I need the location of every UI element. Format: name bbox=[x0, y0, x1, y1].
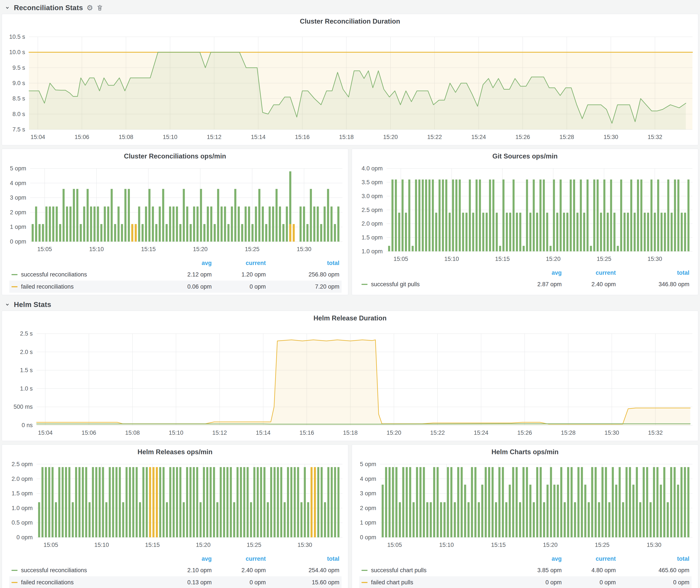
svg-text:15:24: 15:24 bbox=[471, 134, 486, 140]
legend-value: 346.80 opm bbox=[616, 281, 689, 288]
svg-text:15:08: 15:08 bbox=[119, 134, 133, 140]
legend-sort-current[interactable]: current bbox=[562, 556, 616, 562]
series-name: successful git pulls bbox=[371, 281, 420, 288]
legend-value: 7.20 opm bbox=[266, 283, 339, 290]
panel-title-helm-releases-opm[interactable]: Helm Releases ops/min bbox=[2, 445, 348, 458]
svg-text:15:06: 15:06 bbox=[75, 134, 89, 140]
panel-title-cluster-reconciliations-opm[interactable]: Cluster Reconciliations ops/min bbox=[2, 149, 348, 162]
cluster-reconciliation-duration-chart[interactable]: 15:0415:0615:0815:1015:1215:1415:1615:18… bbox=[2, 27, 698, 145]
legend-sort-avg[interactable]: avg bbox=[158, 260, 212, 267]
panel-title-helm-charts-opm[interactable]: Helm Charts ops/min bbox=[352, 445, 698, 458]
legend-sort-total[interactable]: total bbox=[616, 556, 689, 562]
gear-icon[interactable]: ⚙ bbox=[86, 4, 93, 11]
helm-release-duration-svg: 15:0415:0615:0815:1015:1215:1415:1615:18… bbox=[2, 324, 698, 441]
svg-text:15:10: 15:10 bbox=[169, 430, 183, 436]
legend-sort-avg[interactable]: avg bbox=[508, 556, 562, 562]
legend-header: avgcurrenttotal bbox=[359, 267, 692, 278]
svg-text:2.0 s: 2.0 s bbox=[20, 349, 33, 355]
chevron-down-icon[interactable] bbox=[4, 302, 10, 308]
svg-text:15:20: 15:20 bbox=[383, 134, 398, 140]
section-title-helm-stats[interactable]: Helm Stats bbox=[14, 300, 51, 309]
legend-row-successful-reconciliations[interactable]: successful reconciliations2.10 opm2.40 o… bbox=[9, 564, 342, 576]
svg-text:15:28: 15:28 bbox=[560, 134, 574, 140]
svg-text:2 opm: 2 opm bbox=[360, 505, 376, 511]
legend-sort-current[interactable]: current bbox=[212, 556, 266, 562]
git-sources-opm-chart[interactable]: 15:0515:1015:1515:2015:2515:301.0 opm1.5… bbox=[352, 162, 698, 267]
legend-row-successful-chart-pulls[interactable]: successful chart pulls3.85 opm4.80 opm46… bbox=[359, 564, 692, 576]
svg-text:15:14: 15:14 bbox=[256, 430, 271, 436]
svg-text:15:15: 15:15 bbox=[491, 542, 506, 548]
grafana-dashboard: Reconciliation Stats ⚙ Cluster Reconcili… bbox=[0, 0, 700, 588]
svg-text:15:26: 15:26 bbox=[517, 430, 532, 436]
panel-title-git-sources-opm[interactable]: Git Sources ops/min bbox=[352, 149, 698, 162]
cluster-reconciliations-opm-svg: 15:0515:1015:1515:2015:2515:300 opm1 opm… bbox=[2, 162, 348, 257]
svg-text:3.0 opm: 3.0 opm bbox=[361, 193, 383, 199]
chevron-down-icon[interactable] bbox=[4, 5, 10, 11]
legend-row-failed-reconciliations[interactable]: failed reconciliations0.06 opm0 opm7.20 … bbox=[9, 281, 342, 293]
legend-row-successful-git-pulls[interactable]: successful git pulls2.87 opm2.40 opm346.… bbox=[359, 278, 692, 290]
svg-text:15:10: 15:10 bbox=[439, 542, 454, 548]
legend-value: 1.20 opm bbox=[212, 271, 266, 278]
cluster-reconciliations-opm-chart[interactable]: 15:0515:1015:1515:2015:2515:300 opm1 opm… bbox=[2, 162, 348, 257]
legend-sort-current[interactable]: current bbox=[212, 260, 266, 267]
svg-text:15:30: 15:30 bbox=[297, 246, 311, 252]
series-name: failed reconciliations bbox=[21, 579, 74, 586]
legend-sort-avg[interactable]: avg bbox=[508, 270, 562, 276]
svg-text:5 opm: 5 opm bbox=[360, 461, 376, 467]
section-title-reconciliation-stats[interactable]: Reconciliation Stats bbox=[14, 4, 83, 12]
helm-releases-opm-chart[interactable]: 15:0515:1015:1515:2015:2515:300 opm0.5 o… bbox=[2, 458, 348, 553]
svg-text:1 opm: 1 opm bbox=[360, 519, 376, 526]
legend-value: 256.80 opm bbox=[266, 271, 339, 278]
git-sources-opm-svg: 15:0515:1015:1515:2015:2515:301.0 opm1.5… bbox=[352, 162, 698, 267]
svg-text:15:26: 15:26 bbox=[515, 134, 530, 140]
legend-value: 2.40 opm bbox=[562, 281, 616, 288]
svg-text:15:10: 15:10 bbox=[444, 256, 459, 262]
trash-icon[interactable] bbox=[97, 4, 103, 11]
legend-sort-current[interactable]: current bbox=[562, 270, 616, 276]
legend-sort-total[interactable]: total bbox=[616, 270, 689, 276]
series-name: failed reconciliations bbox=[21, 283, 74, 290]
legend-row-successful-reconciliations[interactable]: successful reconciliations2.12 opm1.20 o… bbox=[9, 268, 342, 281]
svg-text:15:15: 15:15 bbox=[141, 246, 156, 252]
svg-text:15:16: 15:16 bbox=[299, 430, 314, 436]
series-name: successful reconciliations bbox=[21, 567, 87, 574]
helm-release-duration-chart[interactable]: 15:0415:0615:0815:1015:1215:1415:1615:18… bbox=[2, 324, 698, 441]
svg-text:3 opm: 3 opm bbox=[360, 490, 376, 497]
legend-row-failed-reconciliations[interactable]: failed reconciliations0.13 opm0 opm15.60… bbox=[9, 576, 342, 588]
panel-cluster-reconciliations-opm: Cluster Reconciliations ops/min 15:0515:… bbox=[2, 149, 348, 295]
legend-sort-avg[interactable]: avg bbox=[158, 556, 212, 562]
svg-text:3.5 opm: 3.5 opm bbox=[361, 179, 383, 186]
svg-text:15:20: 15:20 bbox=[543, 542, 558, 548]
legend-header: avgcurrenttotal bbox=[9, 553, 342, 564]
svg-text:15:30: 15:30 bbox=[648, 256, 662, 262]
legend-value: 0 opm bbox=[508, 579, 562, 586]
legend-sort-total[interactable]: total bbox=[266, 260, 339, 267]
svg-text:1.0 opm: 1.0 opm bbox=[11, 505, 33, 511]
svg-text:15:14: 15:14 bbox=[251, 134, 266, 140]
helm-charts-opm-chart[interactable]: 15:0515:1015:1515:2015:2515:300 opm1 opm… bbox=[352, 458, 698, 553]
svg-text:500 ms: 500 ms bbox=[13, 404, 33, 410]
legend-row-failed-chart-pulls[interactable]: failed chart pulls0 opm0 opm0 opm bbox=[359, 576, 692, 588]
svg-text:15:08: 15:08 bbox=[125, 430, 140, 436]
legend-value: 15.60 opm bbox=[266, 579, 339, 586]
svg-text:15:30: 15:30 bbox=[603, 134, 618, 140]
panel-title-cluster-reconciliation-duration[interactable]: Cluster Reconciliation Duration bbox=[2, 14, 698, 27]
svg-text:15:24: 15:24 bbox=[474, 430, 489, 436]
series-name: failed chart pulls bbox=[371, 579, 413, 586]
helm-charts-opm-svg: 15:0515:1015:1515:2015:2515:300 opm1 opm… bbox=[352, 458, 698, 553]
legend-git-sources: avgcurrenttotalsuccessful git pulls2.87 … bbox=[352, 267, 698, 292]
series-color-dash bbox=[361, 582, 368, 583]
svg-text:0.5 opm: 0.5 opm bbox=[11, 519, 33, 526]
panel-helm-releases-opm: Helm Releases ops/min 15:0515:1015:1515:… bbox=[2, 444, 348, 588]
legend-value: 0 opm bbox=[212, 579, 266, 586]
svg-text:15:25: 15:25 bbox=[247, 542, 261, 548]
series-color-dash bbox=[11, 582, 18, 583]
legend-sort-total[interactable]: total bbox=[266, 556, 339, 562]
section-header-reconciliation-stats: Reconciliation Stats ⚙ bbox=[2, 2, 698, 14]
svg-text:15:05: 15:05 bbox=[37, 246, 52, 252]
svg-text:15:12: 15:12 bbox=[212, 430, 227, 436]
panel-title-helm-release-duration[interactable]: Helm Release Duration bbox=[2, 311, 698, 324]
svg-text:15:12: 15:12 bbox=[207, 134, 222, 140]
row-ops-per-min: Cluster Reconciliations ops/min 15:0515:… bbox=[2, 149, 698, 295]
row-helm-ops-per-min: Helm Releases ops/min 15:0515:1015:1515:… bbox=[2, 444, 698, 588]
